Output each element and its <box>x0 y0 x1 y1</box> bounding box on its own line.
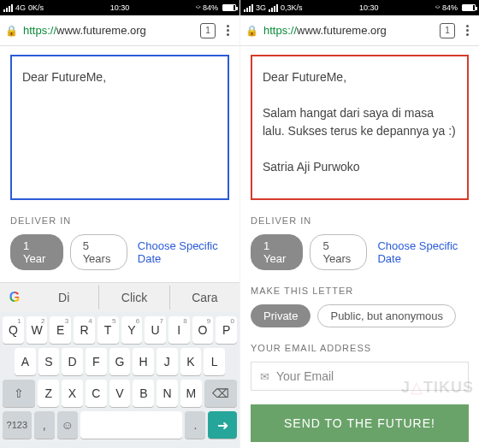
google-icon[interactable]: G <box>0 290 29 305</box>
battery-pct: 84% <box>442 3 458 12</box>
network-type: 4G <box>15 3 26 12</box>
kebab-menu-icon[interactable] <box>221 25 234 36</box>
emoji-key[interactable]: ☺ <box>57 411 78 439</box>
status-bar: 3G 0,3K/s 10:30 ⌔ 84% <box>240 0 479 15</box>
key-q[interactable]: Q1 <box>3 316 24 344</box>
key-l[interactable]: L <box>204 348 225 375</box>
envelope-icon: ✉ <box>260 370 269 383</box>
battery-icon <box>222 4 236 11</box>
deliver-label: DELIVER IN <box>251 215 469 226</box>
tab-count[interactable]: 1 <box>200 23 216 38</box>
enter-key[interactable]: ➜ <box>208 411 237 439</box>
deliver-1year[interactable]: 1 Year <box>10 234 63 270</box>
key-s[interactable]: S <box>38 348 60 375</box>
deliver-options: 1 Year 5 Years Choose Specific Date <box>10 234 229 270</box>
privacy-options: Private Public, but anonymous <box>251 304 469 327</box>
url-text[interactable]: https://www.futureme.org <box>263 24 435 37</box>
lock-icon: 🔒 <box>245 25 258 37</box>
data-speed: 0K/s <box>28 3 44 12</box>
privacy-private[interactable]: Private <box>251 304 310 327</box>
url-bar[interactable]: 🔒 https://www.futureme.org 1 <box>0 15 240 46</box>
key-z[interactable]: Z <box>38 380 59 407</box>
deliver-5years[interactable]: 5 Years <box>310 234 367 270</box>
wifi-icon: ⌔ <box>435 3 440 12</box>
make-letter-label: MAKE THIS LETTER <box>251 286 469 296</box>
lock-icon: 🔒 <box>5 25 18 37</box>
key-c[interactable]: C <box>86 380 107 407</box>
key-b[interactable]: B <box>133 380 154 407</box>
signal-icon <box>3 4 13 12</box>
key-j[interactable]: J <box>157 348 178 375</box>
key-f[interactable]: F <box>86 348 107 375</box>
suggestion-1[interactable]: Di <box>29 286 98 309</box>
choose-date-link[interactable]: Choose Specific Date <box>138 239 229 265</box>
letter-textarea[interactable]: Dear FutureMe, <box>10 55 229 200</box>
space-key[interactable] <box>80 411 183 439</box>
key-a[interactable]: A <box>15 348 36 375</box>
signal-icon-2 <box>269 4 278 12</box>
key-n[interactable]: N <box>157 380 178 407</box>
key-v[interactable]: V <box>109 380 131 407</box>
data-speed: 0,3K/s <box>281 3 303 12</box>
shift-key[interactable]: ⇧ <box>3 380 35 407</box>
key-i[interactable]: I8 <box>169 316 190 344</box>
email-input[interactable]: ✉ Your Email <box>251 362 469 391</box>
key-x[interactable]: X <box>62 380 83 407</box>
privacy-public[interactable]: Public, but anonymous <box>317 304 456 327</box>
phone-right: 3G 0,3K/s 10:30 ⌔ 84% 🔒 https://www.futu… <box>240 0 479 448</box>
clock: 10:30 <box>359 3 379 12</box>
clock: 10:30 <box>110 3 130 12</box>
deliver-5years[interactable]: 5 Years <box>70 234 127 270</box>
key-h[interactable]: H <box>133 348 154 375</box>
key-w[interactable]: W2 <box>27 316 48 344</box>
status-bar: 4G 0K/s 10:30 ⌔ 84% <box>0 0 240 15</box>
url-bar[interactable]: 🔒 https://www.futureme.org 1 <box>240 15 479 46</box>
backspace-key[interactable]: ⌫ <box>204 380 237 407</box>
letter-textarea[interactable]: Dear FutureMe, Salam hangat dari saya di… <box>251 55 469 200</box>
key-g[interactable]: G <box>109 348 131 375</box>
key-o[interactable]: O9 <box>192 316 214 344</box>
period-key[interactable]: . <box>185 411 205 439</box>
email-label: YOUR EMAIL ADDRESS <box>251 343 469 353</box>
battery-icon <box>462 4 476 11</box>
comma-key[interactable]: , <box>34 411 55 439</box>
phone-left: 4G 0K/s 10:30 ⌔ 84% 🔒 https://www.future… <box>0 0 240 448</box>
deliver-options: 1 Year 5 Years Choose Specific Date <box>251 234 469 270</box>
tab-count[interactable]: 1 <box>440 23 455 38</box>
wifi-icon: ⌔ <box>196 3 200 12</box>
deliver-label: DELIVER IN <box>10 215 229 226</box>
key-p[interactable]: P0 <box>216 316 237 344</box>
url-text[interactable]: https://www.futureme.org <box>23 24 195 37</box>
deliver-1year[interactable]: 1 Year <box>251 234 303 270</box>
network-type: 3G <box>256 3 266 12</box>
page-content: Dear FutureMe, Salam hangat dari saya di… <box>240 46 479 448</box>
battery-pct: 84% <box>203 3 218 12</box>
key-t[interactable]: T5 <box>98 316 119 344</box>
signal-icon <box>244 4 253 12</box>
send-button[interactable]: SEND TO THE FUTURE! <box>251 404 469 442</box>
key-e[interactable]: E3 <box>50 316 71 344</box>
page-content: Dear FutureMe, DELIVER IN 1 Year 5 Years… <box>0 46 240 282</box>
suggestion-2[interactable]: Click <box>98 286 169 309</box>
symbols-key[interactable]: ?123 <box>3 411 32 439</box>
key-y[interactable]: Y6 <box>121 316 143 344</box>
choose-date-link[interactable]: Choose Specific Date <box>377 239 469 265</box>
key-m[interactable]: M <box>180 380 202 407</box>
suggestion-3[interactable]: Cara <box>169 286 240 309</box>
key-r[interactable]: R4 <box>74 316 95 344</box>
key-d[interactable]: D <box>62 348 83 375</box>
email-placeholder: Your Email <box>276 369 334 383</box>
key-u[interactable]: U7 <box>145 316 166 344</box>
kebab-menu-icon[interactable] <box>460 25 474 36</box>
key-k[interactable]: K <box>180 348 202 375</box>
keyboard: Q1W2E3R4T5Y6U7I8O9P0 ASDFGHJKL ⇧ ZXCVBNM… <box>0 311 240 448</box>
keyboard-suggestions: G Di Click Cara <box>0 282 240 311</box>
